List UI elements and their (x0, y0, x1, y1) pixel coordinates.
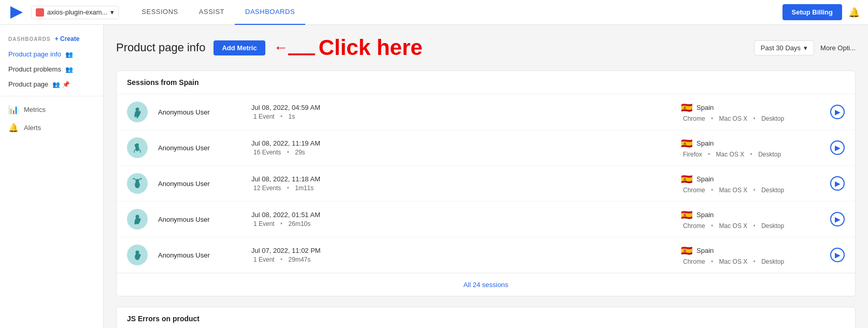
svg-point-10 (136, 179, 139, 183)
session-tech: Chrome • Mac OS X • Desktop (681, 222, 826, 230)
session-country: 🇪🇸 Spain (681, 245, 826, 256)
sidebar-nav-label: Alerts (24, 124, 41, 132)
svg-point-14 (134, 221, 136, 225)
users-icon: 👥 (52, 81, 60, 88)
bell-icon: 🔔 (8, 123, 19, 133)
arrow-icon: ←⎯⎯⎯ (274, 39, 315, 56)
session-username: Anonymous User (158, 108, 241, 116)
topnav-actions: Setup Billing 🔔 (782, 4, 860, 20)
session-tech: Firefox • Mac OS X • Desktop (681, 151, 826, 158)
session-play-button[interactable]: ▶ (830, 248, 845, 262)
table-row[interactable]: Anonymous User Jul 08, 2022, 04:59 AM 1 … (117, 94, 855, 130)
js-errors-widget: JS Errors on product (116, 307, 856, 328)
sidebar-item-icons: 👥 (65, 66, 73, 73)
more-options-button[interactable]: More Opti... (820, 44, 856, 52)
session-username: Anonymous User (158, 144, 241, 152)
table-row[interactable]: Anonymous User Jul 07, 2022, 11:02 PM 1 … (117, 237, 855, 273)
session-stats: 12 Events • 1m11s (251, 184, 681, 192)
session-location: 🇪🇸 Spain Firefox • Mac OS X • Desktop (681, 138, 826, 158)
svg-point-2 (136, 108, 139, 111)
click-here-label: Click here (319, 35, 423, 60)
top-navigation: axios-plugin-exam... ▾ SESSIONS ASSIST D… (0, 0, 868, 25)
flag-icon: 🇪🇸 (681, 102, 692, 113)
nav-assist[interactable]: ASSIST (189, 0, 235, 25)
sessions-from-spain-widget: Sessions from Spain Anonym (116, 70, 856, 296)
session-location: 🇪🇸 Spain Chrome • Mac OS X • Desktop (681, 174, 826, 194)
flag-icon: 🇪🇸 (681, 245, 692, 256)
flag-icon: 🇪🇸 (681, 138, 692, 149)
main-nav: SESSIONS ASSIST DASHBOARDS (131, 0, 782, 25)
sidebar-section-label: DASHBOARDS (8, 36, 51, 42)
session-username: Anonymous User (158, 216, 241, 223)
setup-billing-button[interactable]: Setup Billing (782, 4, 842, 20)
session-time: Jul 08, 2022, 11:18 AM (251, 175, 681, 183)
session-location: 🇪🇸 Spain Chrome • Mac OS X • Desktop (681, 245, 826, 265)
session-meta: Jul 08, 2022, 04:59 AM 1 Event • 1s (241, 104, 681, 120)
session-play-button[interactable]: ▶ (830, 212, 845, 226)
users-icon: 👥 (65, 51, 73, 58)
table-row[interactable]: Anonymous User Jul 08, 2022, 11:18 AM 12… (117, 166, 855, 202)
sidebar-item-metrics[interactable]: 📊 Metrics (0, 101, 103, 119)
session-tech: Chrome • Mac OS X • Desktop (681, 258, 826, 265)
session-meta: Jul 08, 2022, 01:51 AM 1 Event • 26m10s (241, 211, 681, 227)
pin-icon: 📌 (62, 81, 70, 88)
avatar (127, 102, 148, 122)
flag-icon: 🇪🇸 (681, 209, 692, 221)
session-stats: 1 Event • 26m10s (251, 220, 681, 227)
project-icon (36, 8, 44, 17)
table-row[interactable]: Anonymous User Jul 08, 2022, 01:51 AM 1 … (117, 202, 855, 237)
users-icon: 👥 (65, 66, 73, 73)
sidebar-item-icons: 👥 (65, 51, 73, 58)
session-time: Jul 08, 2022, 01:51 AM (251, 211, 681, 219)
date-filter-dropdown[interactable]: Past 30 Days ▾ (754, 40, 814, 55)
sidebar-item-label: Product page info (8, 50, 61, 58)
table-row[interactable]: Anonymous User Jul 08, 2022, 11:19 AM 16… (117, 130, 855, 166)
session-tech: Chrome • Mac OS X • Desktop (681, 187, 826, 194)
widget-title: JS Errors on product (117, 307, 855, 328)
session-play-button[interactable]: ▶ (830, 140, 845, 155)
session-stats: 1 Event • 1s (251, 113, 681, 120)
sidebar-divider (0, 96, 103, 96)
notifications-icon[interactable]: 🔔 (848, 7, 860, 18)
header-right: Past 30 Days ▾ More Opti... (754, 40, 856, 55)
dashboard-header: Product page info Add Metric ←⎯⎯⎯ Click … (116, 35, 856, 60)
session-username: Anonymous User (158, 180, 241, 188)
session-location: 🇪🇸 Spain Chrome • Mac OS X • Desktop (681, 102, 826, 122)
chevron-down-icon: ▾ (110, 8, 114, 16)
svg-marker-0 (10, 6, 23, 19)
session-play-button[interactable]: ▶ (830, 105, 845, 119)
session-meta: Jul 07, 2022, 11:02 PM 1 Event • 29m47s (241, 247, 681, 263)
sidebar-item-product-problems[interactable]: Product problems 👥 (0, 62, 103, 77)
dashboard-title: Product page info (116, 41, 205, 54)
app-body: DASHBOARDS + Create Product page info 👥 … (0, 25, 868, 328)
avatar (127, 173, 148, 194)
session-time: Jul 08, 2022, 04:59 AM (251, 104, 681, 111)
create-dashboard-button[interactable]: + Create (55, 35, 80, 42)
session-stats: 1 Event • 29m47s (251, 256, 681, 263)
sidebar-item-alerts[interactable]: 🔔 Alerts (0, 119, 103, 137)
all-sessions-link[interactable]: All 24 sessions (117, 273, 855, 296)
flag-icon: 🇪🇸 (681, 174, 692, 185)
project-name: axios-plugin-exam... (47, 8, 107, 16)
svg-point-4 (134, 114, 136, 118)
session-time: Jul 08, 2022, 11:19 AM (251, 139, 681, 147)
session-play-button[interactable]: ▶ (830, 176, 845, 191)
nav-sessions[interactable]: SESSIONS (131, 0, 188, 25)
svg-point-12 (136, 215, 139, 219)
bar-chart-icon: 📊 (8, 105, 19, 115)
project-selector[interactable]: axios-plugin-exam... ▾ (31, 6, 119, 19)
nav-dashboards[interactable]: DASHBOARDS (235, 0, 305, 25)
avatar (127, 209, 148, 230)
sidebar-item-product-page[interactable]: Product page 👥 📌 (0, 77, 103, 92)
click-here-annotation: ←⎯⎯⎯ Click here (274, 35, 423, 60)
sidebar-nav-label: Metrics (24, 106, 46, 113)
app-logo[interactable] (8, 4, 25, 21)
sidebar-item-icons: 👥 📌 (52, 81, 70, 88)
sidebar-item-product-page-info[interactable]: Product page info 👥 (0, 47, 103, 62)
session-username: Anonymous User (158, 251, 241, 259)
session-tech: Chrome • Mac OS X • Desktop (681, 115, 826, 122)
add-metric-button[interactable]: Add Metric (214, 40, 265, 55)
session-country: 🇪🇸 Spain (681, 174, 826, 185)
avatar (127, 137, 148, 158)
avatar (127, 245, 148, 265)
